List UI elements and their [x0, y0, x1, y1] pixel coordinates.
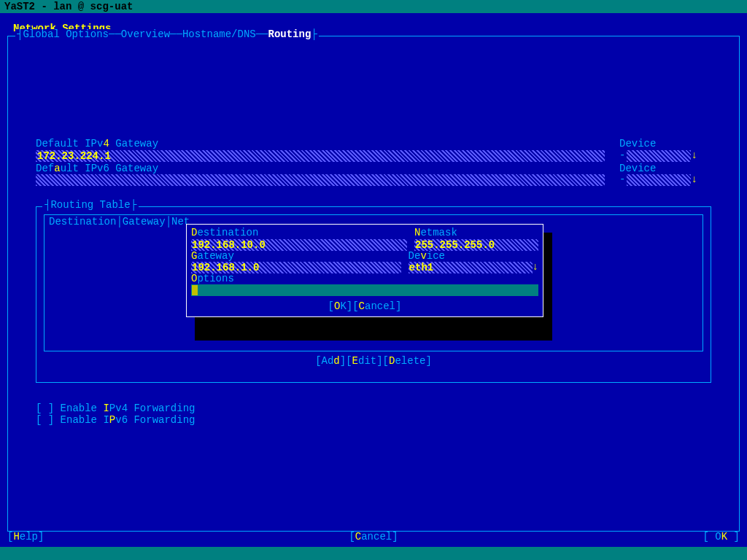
dropdown-arrow-icon[interactable]: ↓: [691, 174, 697, 185]
gateway-input[interactable]: [191, 262, 401, 273]
help-button[interactable]: [Help]: [7, 532, 44, 542]
edit-button[interactable]: [Edit]: [346, 355, 382, 367]
ipv6-gateway-input[interactable]: [36, 174, 605, 186]
route-edit-dialog: Destination Netmask Gateway: [186, 224, 543, 317]
device1-select[interactable]: [627, 150, 691, 162]
netmask-input[interactable]: [414, 239, 538, 251]
text-cursor: [192, 285, 198, 295]
routing-table[interactable]: Destination│Gateway│Net Destination Netm…: [44, 214, 703, 351]
dialog-device-label: Device: [409, 251, 538, 262]
gateway-label: Gateway: [191, 251, 401, 262]
tab-bar: ┤Global Options──Overview──Hostname/DNS─…: [15, 29, 319, 40]
dest-label: Destination: [191, 228, 407, 238]
dropdown-arrow-icon[interactable]: ↓: [533, 262, 538, 273]
ipv6-forwarding-checkbox[interactable]: [ ] Enable IPv6 Forwarding: [36, 415, 711, 426]
cancel-button[interactable]: [Cancel]: [349, 532, 398, 542]
destination-input[interactable]: [191, 239, 407, 251]
tabs-frame: ┤Global Options──Overview──Hostname/DNS─…: [7, 36, 740, 532]
dialog-ok-button[interactable]: [OK]: [328, 300, 353, 312]
ok-button[interactable]: [ OK ]: [703, 532, 740, 542]
tab-global[interactable]: Global Options: [23, 28, 109, 40]
device2-label: Device: [619, 163, 697, 174]
device2-select[interactable]: [627, 174, 691, 186]
dialog-device-select[interactable]: [409, 262, 533, 273]
ipv4-forwarding-checkbox[interactable]: [ ] Enable IPv4 Forwarding: [36, 403, 711, 414]
main-panel: Network Settings ┤Global Options──Overvi…: [0, 13, 747, 547]
netmask-label: Netmask: [414, 228, 538, 238]
delete-button[interactable]: [Delete]: [383, 355, 432, 367]
options-input[interactable]: [191, 284, 538, 296]
ipv4-gateway-label: Default IPv4 Gateway: [36, 139, 605, 149]
tab-overview[interactable]: Overview: [121, 28, 170, 40]
routing-table-title: ┤Routing Table├: [42, 200, 139, 211]
tab-hostname[interactable]: Hostname/DNS: [182, 28, 256, 40]
device1-label: Device: [619, 139, 697, 149]
bottom-bar: [Help] [Cancel] [ OK ]: [7, 532, 740, 542]
add-button[interactable]: [Add]: [315, 355, 346, 367]
routing-table-frame: ┤Routing Table├ Destination│Gateway│Net …: [36, 206, 711, 383]
dropdown-arrow-icon[interactable]: ↓: [691, 150, 697, 161]
dialog-cancel-button[interactable]: [Cancel]: [352, 300, 401, 312]
window-title: YaST2 - lan @ scg-uat: [0, 0, 747, 13]
tab-routing[interactable]: Routing: [268, 28, 311, 40]
options-label: Options: [191, 273, 538, 284]
ipv6-gateway-label: Default IPv6 Gateway: [36, 163, 605, 174]
ipv4-gateway-input[interactable]: [36, 150, 605, 162]
